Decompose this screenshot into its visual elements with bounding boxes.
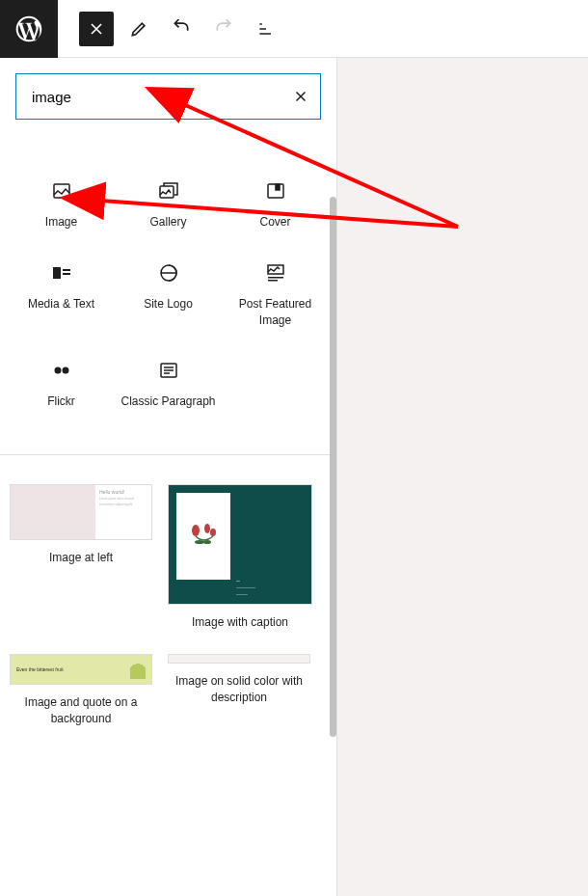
blocks-grid: Image Gallery Cover bbox=[0, 135, 336, 445]
pattern-image-with-caption[interactable]: ————————— Image with caption bbox=[168, 484, 312, 631]
patterns-section: Hello world!Lorem ipsum dolor sit amet c… bbox=[0, 465, 336, 769]
svg-point-14 bbox=[192, 525, 200, 536]
pattern-preview: Hello world!Lorem ipsum dolor sit amet c… bbox=[10, 484, 152, 540]
block-cover[interactable]: Cover bbox=[222, 164, 329, 246]
flickr-icon bbox=[50, 359, 73, 382]
block-label: Post Featured Image bbox=[226, 296, 325, 329]
scrollbar-thumb[interactable] bbox=[330, 197, 336, 737]
block-featured-image[interactable]: Post Featured Image bbox=[222, 246, 329, 344]
image-icon bbox=[50, 179, 73, 203]
svg-rect-5 bbox=[63, 269, 70, 271]
block-gallery[interactable]: Gallery bbox=[115, 164, 222, 246]
pattern-label: Image on solid color with description bbox=[168, 673, 310, 706]
block-label: Gallery bbox=[149, 214, 186, 231]
pattern-preview: Even the bitterest fruit bbox=[10, 654, 152, 685]
preview-quote-text: Even the bitterest fruit bbox=[16, 666, 64, 672]
wordpress-icon bbox=[13, 14, 44, 44]
pencil-icon bbox=[129, 19, 148, 39]
redo-icon bbox=[214, 19, 233, 39]
media-text-icon bbox=[50, 261, 73, 285]
inserter-scroll-area[interactable]: Image Gallery Cover bbox=[0, 135, 336, 896]
search-input[interactable] bbox=[16, 74, 281, 119]
pattern-label: Image with caption bbox=[192, 614, 288, 631]
block-label: Media & Text bbox=[28, 296, 94, 312]
redo-button[interactable] bbox=[206, 12, 241, 46]
search-box bbox=[15, 73, 321, 120]
edit-tool-button[interactable] bbox=[121, 12, 156, 46]
block-flickr[interactable]: Flickr bbox=[8, 343, 115, 425]
svg-point-17 bbox=[195, 540, 204, 544]
svg-rect-9 bbox=[268, 277, 283, 279]
main-area: Image Gallery Cover bbox=[0, 58, 588, 896]
pattern-image-at-left[interactable]: Hello world!Lorem ipsum dolor sit amet c… bbox=[10, 484, 152, 631]
close-icon bbox=[292, 88, 309, 105]
svg-point-16 bbox=[210, 529, 216, 536]
svg-point-12 bbox=[62, 367, 68, 374]
list-view-button[interactable] bbox=[249, 12, 283, 46]
gallery-icon bbox=[157, 179, 180, 203]
section-divider bbox=[0, 454, 336, 455]
pattern-preview: ————————— bbox=[168, 484, 312, 605]
svg-rect-4 bbox=[53, 267, 61, 279]
svg-rect-6 bbox=[63, 273, 70, 275]
pattern-label: Image and quote on a background bbox=[10, 694, 152, 727]
close-inserter-button[interactable] bbox=[79, 12, 114, 46]
pattern-label: Image at left bbox=[49, 550, 113, 566]
list-view-icon bbox=[256, 19, 276, 39]
svg-point-18 bbox=[203, 540, 211, 544]
block-classic-paragraph[interactable]: Classic Paragraph bbox=[115, 343, 222, 425]
classic-paragraph-icon bbox=[157, 359, 180, 382]
preview-heading: Hello world! bbox=[99, 489, 124, 495]
block-site-logo[interactable]: Site Logo bbox=[115, 246, 222, 344]
pattern-preview bbox=[168, 654, 310, 664]
scrollbar-track bbox=[329, 197, 336, 737]
pattern-image-quote-background[interactable]: Even the bitterest fruit Image and quote… bbox=[10, 654, 152, 727]
search-container bbox=[0, 58, 336, 135]
block-label: Image bbox=[45, 214, 77, 231]
svg-point-15 bbox=[204, 524, 210, 533]
pattern-image-solid-color[interactable]: Image on solid color with description bbox=[168, 654, 310, 727]
featured-image-icon bbox=[264, 261, 287, 285]
block-label: Cover bbox=[259, 214, 290, 231]
pear-illustration bbox=[130, 660, 146, 679]
editor-toolbar bbox=[0, 0, 588, 58]
flower-illustration bbox=[186, 523, 221, 550]
site-logo-icon bbox=[157, 261, 180, 285]
block-media-text[interactable]: Media & Text bbox=[8, 246, 115, 344]
block-inserter-panel: Image Gallery Cover bbox=[0, 58, 337, 896]
close-icon bbox=[87, 19, 106, 39]
svg-rect-3 bbox=[276, 184, 280, 190]
search-clear-button[interactable] bbox=[281, 77, 320, 116]
block-label: Classic Paragraph bbox=[120, 394, 215, 410]
undo-button[interactable] bbox=[164, 12, 199, 46]
block-label: Flickr bbox=[47, 394, 75, 410]
block-label: Site Logo bbox=[144, 296, 193, 312]
undo-icon bbox=[172, 19, 191, 39]
cover-icon bbox=[264, 179, 287, 203]
wordpress-logo[interactable] bbox=[0, 0, 58, 58]
block-image[interactable]: Image bbox=[8, 164, 115, 246]
svg-point-11 bbox=[54, 367, 61, 374]
editor-canvas[interactable] bbox=[337, 58, 588, 896]
svg-rect-10 bbox=[268, 280, 278, 282]
